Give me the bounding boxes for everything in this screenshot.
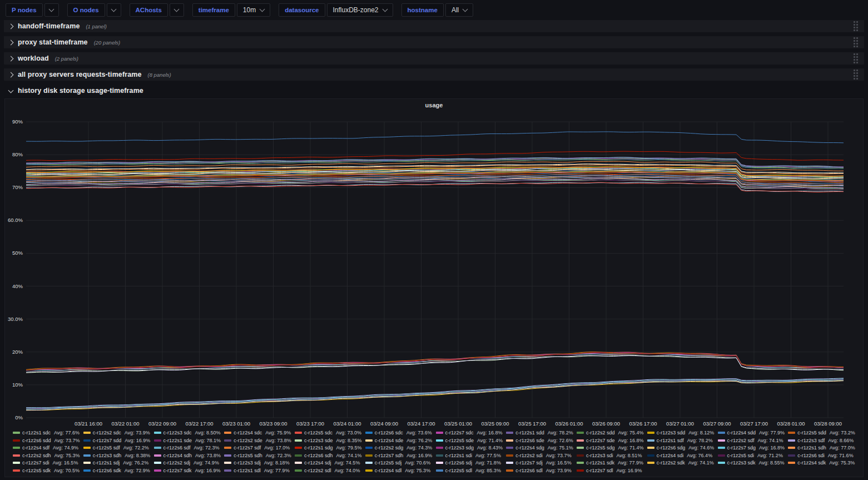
legend-item-c-r1z2s5-sdl[interactable]: c-r1z2s5 sdlAvg: 85.3% [436,467,504,474]
legend-item-c-r1z2s2-sdf[interactable]: c-r1z2s2 sdfAvg: 74.1% [718,437,786,444]
legend-item-c-r1z2s6-sdd[interactable]: c-r1z2s6 sddAvg: 73.7% [13,437,81,444]
variable-label-achosts[interactable]: AChosts [130,3,168,17]
legend-item-c-r1z2s1-sdc[interactable]: c-r1z2s1 sdcAvg: 77.6% [13,429,81,437]
legend-item-c-r1z2s6-sdc[interactable]: c-r1z2s6 sdcAvg: 73.6% [365,429,434,437]
legend-color-swatch [647,454,654,457]
variable-label-p-nodes[interactable]: P nodes [6,3,43,17]
legend-item-c-r1z2s3-sdh[interactable]: c-r1z2s3 sdhAvg: 8.38% [83,452,152,459]
legend-item-c-r1z2s4-sdh[interactable]: c-r1z2s4 sdhAvg: 73.8% [154,452,222,459]
legend-item-c-r1z2s2-sdj[interactable]: c-r1z2s2 sdjAvg: 74.9% [154,459,222,467]
variable-picker-p-nodes[interactable] [44,3,59,17]
legend-item-c-r1z2s6-sdl[interactable]: c-r1z2s6 sdlAvg: 73.9% [506,467,574,474]
legend-item-c-r1z2s7-sdh[interactable]: c-r1z2s7 sdhAvg: 16.9% [365,452,434,459]
legend-item-c-r1z2s1-sdd[interactable]: c-r1z2s1 sddAvg: 78.2% [506,429,574,437]
legend-item-c-r1z2s5-sdj[interactable]: c-r1z2s5 sdjAvg: 70.6% [365,459,434,467]
legend-item-c-r1z2s7-sdd[interactable]: c-r1z2s7 sddAvg: 16.9% [83,437,152,444]
variable-value-datasource[interactable]: InfluxDB-zone2 [327,3,393,17]
legend-item-c-r1z2s1-sde[interactable]: c-r1z2s1 sdeAvg: 78.1% [154,437,222,444]
legend-item-c-r1z2s5-sdf[interactable]: c-r1z2s5 sdfAvg: 72.2% [83,444,152,452]
legend-item-c-r1z2s2-sdi[interactable]: c-r1z2s2 sdiAvg: 73.7% [506,452,574,459]
legend-item-c-r1z2s7-sde[interactable]: c-r1z2s7 sdeAvg: 16.8% [577,437,645,444]
legend-item-c-r1z2s6-sdg[interactable]: c-r1z2s6 sdgAvg: 74.6% [647,444,716,452]
legend-item-c-r1z2s4-sdi[interactable]: c-r1z2s4 sdiAvg: 76.4% [647,452,716,459]
legend-item-c-r1z2s5-sdi[interactable]: c-r1z2s5 sdiAvg: 71.2% [718,452,786,459]
legend-item-c-r1z2s1-sdg[interactable]: c-r1z2s1 sdgAvg: 79.5% [295,444,363,452]
variable-label-o-nodes[interactable]: O nodes [67,3,105,17]
legend-item-c-r1z2s6-sdi[interactable]: c-r1z2s6 sdiAvg: 71.6% [788,452,856,459]
row-drag-handle-icon[interactable] [852,36,859,48]
usage-chart-plot[interactable]: 0%10%20%30.0%40%50%60.0%70%80%90%03/21 1… [5,111,863,429]
legend-item-c-r1z2s2-sdk[interactable]: c-r1z2s2 sdkAvg: 74.1% [647,459,716,467]
legend-item-c-r1z2s7-sdj[interactable]: c-r1z2s7 sdjAvg: 16.5% [506,459,574,467]
legend-item-c-r1z2s5-sdk[interactable]: c-r1z2s5 sdkAvg: 70.5% [13,467,81,474]
legend-item-c-r1z2s6-sdk[interactable]: c-r1z2s6 sdkAvg: 72.9% [83,467,152,474]
row-all-proxy-servers-requests-timeframe[interactable]: all proxy servers requests-timeframe(8 p… [4,68,864,81]
legend-item-c-r1z2s7-sdl[interactable]: c-r1z2s7 sdlAvg: 16.9% [577,467,645,474]
legend-item-c-r1z2s5-sdh[interactable]: c-r1z2s5 sdhAvg: 72.3% [224,452,292,459]
legend-series-avg: Avg: 77.0% [830,444,855,452]
variable-picker-o-nodes[interactable] [107,3,121,17]
legend-item-c-r1z2s5-sdc[interactable]: c-r1z2s5 sdcAvg: 73.0% [295,429,363,437]
variable-label-timeframe[interactable]: timeframe [192,3,235,17]
legend-item-c-r1z2s1-sdf[interactable]: c-r1z2s1 sdfAvg: 78.2% [647,437,716,444]
variable-value-timeframe[interactable]: 10m [237,3,270,17]
legend-item-c-r1z2s7-sdi[interactable]: c-r1z2s7 sdiAvg: 16.5% [13,459,81,467]
legend-item-c-r1z2s2-sdg[interactable]: c-r1z2s2 sdgAvg: 74.3% [365,444,434,452]
row-history-disk-storage-usage-timeframe[interactable]: history disk storage usage-timeframe [4,85,864,97]
legend-item-c-r1z2s3-sdk[interactable]: c-r1z2s3 sdkAvg: 8.55% [718,459,786,467]
legend-series-name: c-r1z2s6 sdk [93,467,121,474]
variable-picker-achosts[interactable] [170,3,184,17]
legend-item-c-r1z2s6-sdf[interactable]: c-r1z2s6 sdfAvg: 72.3% [154,444,222,452]
legend-series-avg: Avg: 78.1% [195,437,221,444]
legend-item-c-r1z2s6-sdj[interactable]: c-r1z2s6 sdjAvg: 71.8% [436,459,504,467]
legend-item-c-r1z2s4-sde[interactable]: c-r1z2s4 sdeAvg: 76.2% [365,437,434,444]
legend-item-c-r1z2s7-sdc[interactable]: c-r1z2s7 sdcAvg: 16.8% [436,429,504,437]
legend-item-c-r1z2s1-sdh[interactable]: c-r1z2s1 sdhAvg: 77.0% [788,444,856,452]
legend-series-name: c-r1z2s7 sdf [234,444,261,452]
legend-item-c-r1z2s7-sdk[interactable]: c-r1z2s7 sdkAvg: 16.9% [154,467,222,474]
legend-item-c-r1z2s4-sdj[interactable]: c-r1z2s4 sdjAvg: 74.5% [295,459,363,467]
y-axis-tick-label: 30.0% [8,316,23,322]
legend-item-c-r1z2s4-sdk[interactable]: c-r1z2s4 sdkAvg: 75.3% [788,459,856,467]
row-drag-handle-icon[interactable] [852,68,859,81]
legend-item-c-r1z2s1-sdi[interactable]: c-r1z2s1 sdiAvg: 77.5% [436,452,504,459]
legend-item-c-r1z2s2-sdd[interactable]: c-r1z2s2 sddAvg: 75.4% [577,429,645,437]
row-proxy-stat-timeframe[interactable]: proxy stat-timeframe(20 panels) [4,36,864,48]
legend-item-c-r1z2s1-sdk[interactable]: c-r1z2s1 sdkAvg: 77.9% [577,459,645,467]
legend-item-c-r1z2s1-sdj[interactable]: c-r1z2s1 sdjAvg: 76.2% [83,459,152,467]
legend-item-c-r1z2s4-sdc[interactable]: c-r1z2s4 sdcAvg: 75.9% [224,429,292,437]
legend-item-c-r1z2s4-sdf[interactable]: c-r1z2s4 sdfAvg: 74.9% [13,444,81,452]
variable-label-datasource[interactable]: datasource [279,3,325,17]
legend-item-c-r1z2s4-sdd[interactable]: c-r1z2s4 sddAvg: 77.9% [718,429,786,437]
legend-series-avg: Avg: 16.8% [618,437,644,444]
legend-item-c-r1z2s2-sdh[interactable]: c-r1z2s2 sdhAvg: 75.3% [13,452,81,459]
legend-item-c-r1z2s3-sdd[interactable]: c-r1z2s3 sddAvg: 8.12% [647,429,716,437]
row-workload[interactable]: workload(2 panels) [4,52,864,65]
legend-item-c-r1z2s3-sdf[interactable]: c-r1z2s3 sdfAvg: 8.66% [788,437,856,444]
legend-item-c-r1z2s6-sdh[interactable]: c-r1z2s6 sdhAvg: 74.1% [295,452,363,459]
legend-item-c-r1z2s5-sde[interactable]: c-r1z2s5 sdeAvg: 71.4% [436,437,504,444]
legend-item-c-r1z2s6-sde[interactable]: c-r1z2s6 sdeAvg: 72.6% [506,437,574,444]
panel-title[interactable]: usage [5,99,863,111]
legend-item-c-r1z2s3-sde[interactable]: c-r1z2s3 sdeAvg: 8.35% [295,437,363,444]
legend-item-c-r1z2s2-sde[interactable]: c-r1z2s2 sdeAvg: 73.8% [224,437,292,444]
legend-item-c-r1z2s5-sdg[interactable]: c-r1z2s5 sdgAvg: 71.4% [577,444,645,452]
row-drag-handle-icon[interactable] [852,20,859,32]
legend-item-c-r1z2s4-sdg[interactable]: c-r1z2s4 sdgAvg: 75.1% [506,444,574,452]
legend-item-c-r1z2s7-sdf[interactable]: c-r1z2s7 sdfAvg: 17.0% [224,444,292,452]
legend-color-swatch [83,462,91,464]
row-handoff-timeframe[interactable]: handoff-timeframe(1 panel) [4,20,864,32]
variable-label-hostname[interactable]: hostname [401,3,444,17]
legend-item-c-r1z2s3-sdc[interactable]: c-r1z2s3 sdcAvg: 8.50% [154,429,222,437]
row-drag-handle-icon[interactable] [852,52,859,65]
legend-item-c-r1z2s2-sdc[interactable]: c-r1z2s2 sdcAvg: 73.9% [83,429,152,437]
legend-item-c-r1z2s3-sdj[interactable]: c-r1z2s3 sdjAvg: 8.18% [224,459,292,467]
legend-item-c-r1z2s3-sdg[interactable]: c-r1z2s3 sdgAvg: 8.43% [436,444,504,452]
variable-value-hostname[interactable]: All [445,3,473,17]
legend-item-c-r1z2s5-sdd[interactable]: c-r1z2s5 sddAvg: 73.2% [788,429,856,437]
legend-item-c-r1z2s7-sdg[interactable]: c-r1z2s7 sdgAvg: 16.8% [718,444,786,452]
legend-item-c-r1z2s1-sdl[interactable]: c-r1z2s1 sdlAvg: 77.9% [224,467,292,474]
legend-item-c-r1z2s4-sdl[interactable]: c-r1z2s4 sdlAvg: 75.3% [365,467,434,474]
legend-item-c-r1z2s3-sdi[interactable]: c-r1z2s3 sdiAvg: 8.51% [577,452,645,459]
legend-item-c-r1z2s2-sdl[interactable]: c-r1z2s2 sdlAvg: 74.0% [295,467,363,474]
